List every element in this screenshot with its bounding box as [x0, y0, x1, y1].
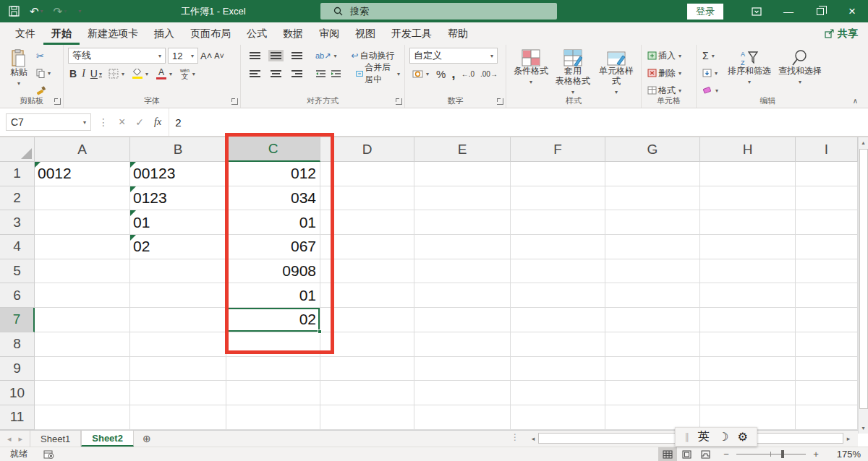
cell-C6[interactable]: 01 [226, 283, 320, 308]
cell-C9[interactable] [226, 357, 320, 382]
row-header-5[interactable]: 5 [0, 259, 35, 284]
cell-E1[interactable] [414, 162, 511, 186]
align-middle-button[interactable] [266, 48, 286, 64]
bold-button[interactable]: B [69, 68, 77, 79]
column-header-E[interactable]: E [414, 137, 511, 162]
column-header-H[interactable]: H [700, 137, 796, 162]
cell-B7[interactable] [130, 308, 226, 332]
sheet-tab-sheet1[interactable]: Sheet1 [30, 431, 81, 447]
cell-D9[interactable] [320, 357, 414, 382]
accounting-format-button[interactable] [411, 66, 430, 82]
close-button[interactable]: × [836, 0, 868, 22]
cell-D2[interactable] [320, 186, 414, 211]
cell-A9[interactable] [35, 357, 130, 382]
cell-H8[interactable] [700, 332, 796, 357]
cell-E10[interactable] [414, 381, 511, 405]
new-sheet-button[interactable]: ⊕ [134, 431, 160, 447]
macro-record-button[interactable] [43, 450, 54, 459]
decrease-indent-button[interactable] [314, 66, 328, 82]
zoom-level[interactable]: 175% [827, 449, 861, 460]
cell-C8[interactable] [226, 332, 320, 357]
fill-handle[interactable] [318, 329, 322, 334]
share-button[interactable]: 共享 [825, 22, 858, 45]
increase-font-button[interactable]: A˄ [200, 51, 212, 61]
cell-H2[interactable] [700, 186, 796, 211]
cell-I3[interactable] [796, 210, 858, 235]
increase-decimal-button[interactable]: ←.0 [461, 70, 475, 78]
row-header-9[interactable]: 9 [0, 357, 35, 382]
normal-view-button[interactable] [658, 447, 677, 461]
cell-B9[interactable] [130, 357, 226, 382]
zoom-in-button[interactable]: + [812, 449, 820, 460]
column-header-C[interactable]: C [226, 137, 320, 162]
tab-data[interactable]: 数据 [275, 22, 311, 45]
cell-C3[interactable]: 01 [226, 210, 320, 235]
insert-cells-button[interactable]: 插入 [646, 48, 683, 64]
orientation-button[interactable]: ab↗ [314, 48, 338, 64]
cell-G9[interactable] [605, 357, 700, 382]
tab-newtab[interactable]: 新建选项卡 [80, 22, 146, 45]
vertical-scrollbar[interactable]: ▴ ▾ [858, 137, 868, 434]
cell-D1[interactable] [320, 162, 414, 186]
paste-dropdown[interactable] [17, 78, 20, 88]
cell-I1[interactable] [796, 162, 858, 186]
sort-filter-dropdown[interactable] [748, 77, 751, 87]
find-select-dropdown[interactable] [799, 77, 801, 87]
copy-button[interactable] [35, 65, 52, 81]
cell-F2[interactable] [511, 186, 605, 211]
cell-C11[interactable] [226, 405, 320, 430]
font-name-select[interactable]: 等线 [68, 48, 166, 64]
align-center-button[interactable] [266, 66, 286, 82]
cell-C2[interactable]: 034 [226, 186, 320, 211]
name-box[interactable]: C7 ▾ [6, 113, 91, 131]
cell-I11[interactable] [796, 405, 858, 430]
ime-moon-icon[interactable]: ☽ [718, 430, 728, 444]
fill-button[interactable] [701, 65, 720, 81]
cell-I6[interactable] [796, 283, 858, 308]
cell-H6[interactable] [700, 283, 796, 308]
tab-help[interactable]: 帮助 [440, 22, 476, 45]
cell-F3[interactable] [511, 210, 605, 235]
cell-B5[interactable] [130, 259, 226, 284]
increase-indent-button[interactable] [329, 66, 343, 82]
cell-B1[interactable]: 00123 [130, 162, 226, 186]
cell-H9[interactable] [700, 357, 796, 382]
scroll-left-arrow[interactable]: ◂ [528, 435, 538, 442]
cell-B2[interactable]: 0123 [130, 186, 226, 211]
tab-developer[interactable]: 开发工具 [383, 22, 440, 45]
paste-button[interactable]: 粘贴 [4, 48, 33, 90]
cell-F1[interactable] [511, 162, 605, 186]
save-button[interactable] [9, 6, 20, 17]
zoom-slider-thumb[interactable] [781, 450, 784, 458]
signin-button[interactable]: 登录 [687, 4, 723, 20]
conditional-formatting-button[interactable]: 条件格式 [511, 48, 551, 88]
cell-C10[interactable] [226, 381, 320, 405]
cell-E2[interactable] [414, 186, 511, 211]
formula-input[interactable]: 2 [169, 108, 868, 136]
tab-insert[interactable]: 插入 [146, 22, 182, 45]
cell-E3[interactable] [414, 210, 511, 235]
cell-I10[interactable] [796, 381, 858, 405]
clipboard-dialog-launcher[interactable] [54, 98, 61, 105]
delete-cells-button[interactable]: 删除 [646, 65, 683, 81]
row-header-2[interactable]: 2 [0, 186, 35, 211]
align-top-button[interactable] [245, 48, 265, 64]
cell-H11[interactable] [700, 405, 796, 430]
cell-A7[interactable] [35, 308, 130, 332]
cell-I7[interactable] [796, 308, 858, 332]
cell-G3[interactable] [605, 210, 700, 235]
zoom-out-button[interactable]: − [722, 449, 731, 460]
fill-color-button[interactable] [131, 66, 150, 82]
cell-G6[interactable] [605, 283, 700, 308]
column-header-I[interactable]: I [796, 137, 858, 162]
cancel-entry-button[interactable]: × [119, 116, 125, 129]
column-header-F[interactable]: F [511, 137, 605, 162]
cell-C1[interactable]: 012 [226, 162, 320, 186]
cell-E7[interactable] [414, 308, 511, 332]
sheet-tab-sheet2[interactable]: Sheet2 [81, 431, 134, 447]
decrease-font-button[interactable]: A˅ [214, 51, 224, 60]
row-header-8[interactable]: 8 [0, 332, 35, 357]
cell-D11[interactable] [320, 405, 414, 430]
cell-E6[interactable] [414, 283, 511, 308]
autosum-button[interactable]: Σ [701, 48, 720, 64]
